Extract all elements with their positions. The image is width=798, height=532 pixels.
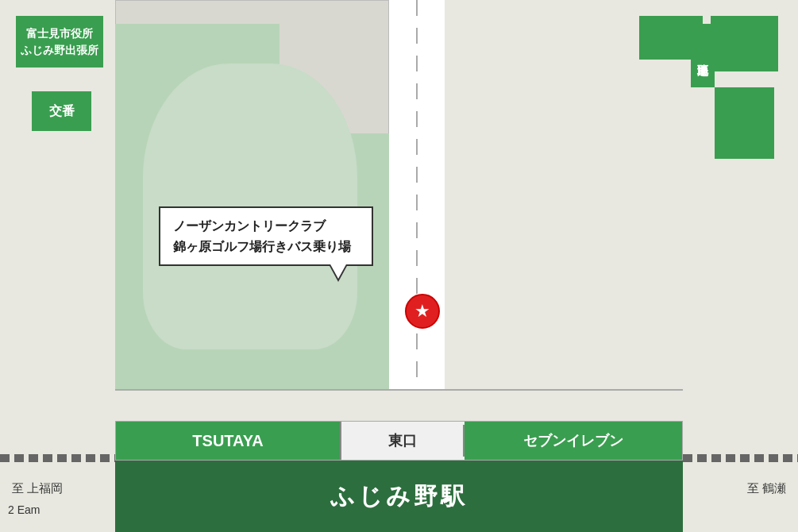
map-container: 富士見市役所ふじみ野出張所 交番 地下通路 ノーザンカントリークラブ 錦ヶ原ゴル… bbox=[0, 0, 798, 532]
separator-line bbox=[115, 389, 683, 391]
bus-stop-marker: ★ bbox=[405, 294, 440, 329]
callout-line2: 錦ヶ原ゴルフ場行きバス乗り場 bbox=[173, 237, 359, 257]
tsutaya-shop: TSUTAYA bbox=[116, 422, 341, 460]
city-hall-label: 富士見市役所ふじみ野出張所 bbox=[21, 25, 98, 59]
direction-right-label: 至 鶴瀬 bbox=[747, 481, 786, 496]
callout-box: ノーザンカントリークラブ 錦ヶ原ゴルフ場行きバス乗り場 bbox=[159, 206, 373, 266]
direction-left-label: 至 上福岡 bbox=[12, 481, 63, 496]
right-building-2 bbox=[711, 16, 778, 71]
railway-right bbox=[683, 454, 798, 462]
station-building: ふじみ野駅 bbox=[115, 461, 683, 532]
station-name-label: ふじみ野駅 bbox=[330, 480, 468, 513]
railway-left bbox=[0, 454, 115, 462]
police-box-label: 交番 bbox=[49, 103, 75, 120]
station-shops-row: TSUTAYA 東口 セブンイレブン bbox=[115, 421, 683, 461]
underground-path-label: 地下通路 bbox=[691, 24, 715, 87]
bottom-note: 2 Eam bbox=[8, 503, 40, 516]
right-building-3 bbox=[715, 87, 774, 159]
road-center-marking bbox=[416, 0, 418, 389]
callout-line1: ノーザンカントリークラブ bbox=[173, 216, 359, 237]
city-hall-building: 富士見市役所ふじみ野出張所 bbox=[16, 16, 103, 67]
seven-eleven-shop: セブンイレブン bbox=[465, 422, 682, 460]
police-box-building: 交番 bbox=[32, 91, 91, 131]
east-exit-label: 東口 bbox=[341, 425, 465, 457]
